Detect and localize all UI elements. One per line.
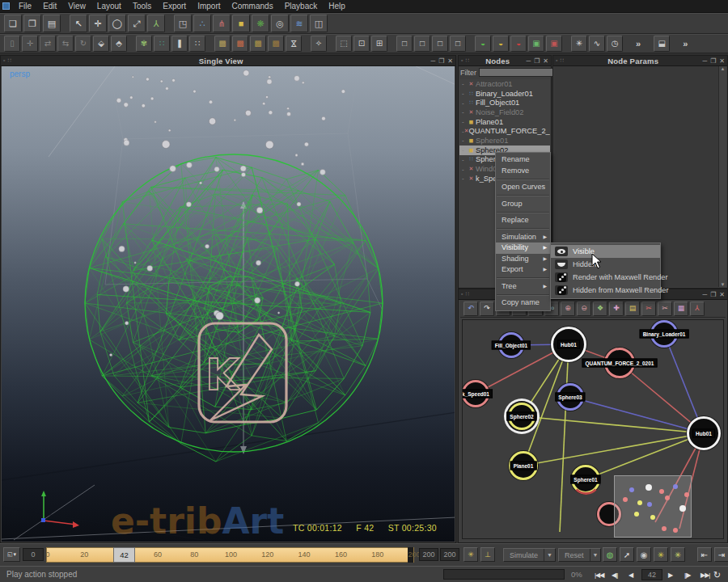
node-list-item[interactable]: -◼Sphere01 (459, 136, 550, 146)
close-icon[interactable]: ✕ (543, 57, 548, 65)
panel-dock-icons[interactable]: ▫∷ (461, 57, 469, 64)
menu-commands[interactable]: Commands (226, 1, 279, 11)
timeline-options-button[interactable]: ◱▾ (3, 547, 20, 562)
menu-layout[interactable]: Layout (91, 1, 127, 11)
submenu-item-hidden[interactable]: Hidden (551, 258, 660, 271)
sim-timer-button[interactable]: ◷ (607, 36, 623, 52)
step-back-button[interactable]: ◀|| (612, 569, 617, 580)
open-scene-button[interactable]: ❐ (23, 15, 41, 32)
step-forward-button[interactable]: ||▶ (684, 569, 690, 580)
break-links-button[interactable]: ✂ (658, 302, 672, 316)
current-frame-marker[interactable]: 42 (113, 547, 135, 563)
range-start-field[interactable]: 0 (23, 548, 44, 561)
use-initial-state-button[interactable]: ⇄ (40, 36, 56, 52)
play-backward-button[interactable]: ◀ (629, 569, 633, 580)
sim-particles-button[interactable]: ✳ (571, 36, 587, 52)
panel-dock-icons[interactable]: ▫∷ (461, 291, 469, 297)
particle-layers-button[interactable]: ∷ (154, 36, 170, 52)
texture-4-button[interactable]: ▩ (268, 36, 284, 52)
focus-object-button[interactable]: ⊡ (353, 36, 370, 52)
close-icon[interactable]: ✕ (719, 291, 725, 298)
context-item-replace[interactable]: Replace (496, 215, 550, 226)
status-green-button[interactable]: ◒ (475, 36, 491, 52)
selection-cube-button[interactable]: ✧ (311, 36, 327, 52)
axis-tool-button[interactable]: ⅄ (147, 15, 165, 32)
menu-import[interactable]: Import (192, 1, 226, 11)
context-item-export[interactable]: Export▶ (496, 264, 550, 276)
menu-playback[interactable]: Playback (279, 1, 324, 11)
reset-to-zero-button[interactable]: ⇆ (57, 36, 74, 52)
menu-export[interactable]: Export (157, 1, 192, 11)
cube-object-button[interactable]: ■ (232, 15, 250, 32)
set-initial-state-button[interactable]: ✛ (22, 36, 38, 52)
transport-frame-field[interactable]: 42 (641, 569, 662, 580)
node-list-item[interactable]: -✕Noise_Field02 (459, 108, 550, 117)
float-icon[interactable]: ❐ (710, 291, 716, 298)
params-scrollbar[interactable]: ▲▼ (718, 66, 726, 287)
daemon-button[interactable]: ⋔ (213, 15, 231, 32)
timeline-ruler[interactable]: 42 0206080100120140160180200 (46, 547, 414, 563)
zoom-out-button[interactable]: ⊖ (577, 302, 591, 316)
zoom-in-button[interactable]: ⊕ (561, 302, 575, 316)
hold-frame-button[interactable]: ⊥ (480, 547, 495, 562)
reset-button[interactable]: Reset▼ (558, 548, 601, 562)
mesh-remove-button[interactable]: ⬘ (111, 36, 127, 52)
end-frame-field[interactable]: 200 (440, 548, 459, 561)
context-item-visibility[interactable]: Visibility▶ (496, 242, 550, 254)
save-cancel-button[interactable]: ▣ (546, 36, 562, 52)
camera-label[interactable]: persp (10, 70, 30, 78)
texture-1-button[interactable]: ▩ (214, 36, 231, 52)
particles-bake-button[interactable]: ✳ (671, 547, 685, 562)
context-item-remove[interactable]: Remove (496, 166, 550, 177)
menu-file[interactable]: File (13, 1, 37, 11)
goto-next-key-button[interactable]: ⇥ (714, 547, 728, 562)
go-to-end-button[interactable]: ▶▶| (700, 569, 709, 580)
move-axes-button[interactable]: ⅄ (690, 302, 705, 316)
float-icon[interactable]: ❐ (534, 57, 540, 65)
scatter-particles-button[interactable]: ⊞ (371, 36, 387, 52)
submenu-item-render-with-maxwell-render[interactable]: Render with Maxwell Render (551, 271, 660, 284)
viewport-3d[interactable]: K e-tribArt persp TC 00 (2, 66, 455, 542)
float-icon[interactable]: ❐ (710, 57, 716, 65)
layer-cube-button[interactable]: ◳ (174, 15, 192, 32)
overflow-chevron-2-icon[interactable]: » (683, 39, 688, 48)
node-list-item[interactable]: -◼Plane01 (459, 117, 550, 127)
mesh-build-button[interactable]: ⬙ (93, 36, 109, 52)
notes-button[interactable]: ▤ (625, 302, 640, 316)
node-list-item[interactable]: -✕Attractor01 (459, 79, 550, 89)
dashed-cube-button[interactable]: ⬚ (336, 36, 352, 52)
realwave-button[interactable]: ≋ (290, 15, 308, 32)
submenu-item-visible[interactable]: Visible (551, 245, 660, 258)
network-button[interactable]: ◍ (603, 547, 617, 562)
particles-cache-button[interactable]: ✳ (654, 547, 668, 562)
minimize-icon[interactable]: ─ (702, 291, 707, 298)
cube-3-button[interactable]: □ (432, 36, 448, 52)
move-tool-button[interactable]: ✛ (89, 15, 107, 32)
graph-canvas[interactable]: Fill_Object01Hub01Binary_Loader01QUANTUM… (462, 319, 724, 539)
auto-layout-button[interactable]: ❖ (593, 302, 607, 316)
context-item-group[interactable]: Group (496, 199, 550, 210)
context-item-tree[interactable]: Tree▶ (496, 281, 550, 293)
node-list-item[interactable]: -✕QUANTUM_FORCE_2_... (459, 126, 550, 136)
add-nodes-button[interactable]: ✚ (609, 302, 624, 316)
minimize-icon[interactable]: ─ (430, 57, 435, 65)
go-to-start-button[interactable]: |◀◀ (595, 569, 603, 580)
export-central-button[interactable]: ➚ (620, 547, 634, 562)
cut-links-button[interactable]: ✂ (641, 302, 656, 316)
context-item-copy-name[interactable]: Copy name (496, 297, 550, 309)
select-tool-button[interactable]: ↖ (70, 15, 87, 32)
camera-button[interactable]: ◎ (271, 15, 289, 32)
simulate-dropdown-icon[interactable]: ▼ (544, 549, 555, 561)
panel-dock-icons[interactable]: ▫∷ (556, 57, 564, 64)
texture-2-button[interactable]: ▩ (232, 36, 248, 52)
scale-tool-button[interactable]: ⤢ (128, 15, 146, 32)
play-forward-button[interactable]: ▶ (668, 569, 672, 580)
goto-prev-key-button[interactable]: ⇤ (697, 547, 712, 562)
cube-1-button[interactable]: □ (396, 36, 413, 52)
float-icon[interactable]: ❐ (438, 57, 444, 65)
minimize-icon[interactable]: ─ (702, 57, 707, 65)
mesh-object-button[interactable]: ❋ (252, 15, 269, 32)
emitter-tools-button[interactable]: ✾ (136, 36, 152, 52)
emitter-button[interactable]: ∴ (193, 15, 211, 32)
simulate-button[interactable]: Simulate▼ (503, 548, 556, 562)
